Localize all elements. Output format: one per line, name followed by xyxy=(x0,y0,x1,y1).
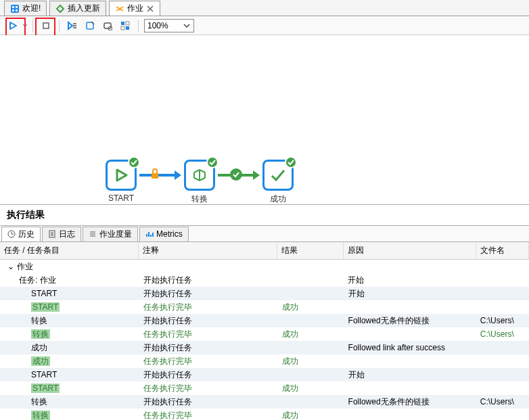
svg-rect-2 xyxy=(16,6,18,8)
grid-header: 任务 / 任务条目 注释 结果 原因 文件名 xyxy=(0,242,529,260)
node-label: 成功 xyxy=(262,193,294,205)
svg-rect-10 xyxy=(126,26,129,30)
node-label: START xyxy=(106,193,137,203)
col-file[interactable]: 文件名 xyxy=(476,242,529,259)
results-tab-history[interactable]: 历史 xyxy=(1,227,41,241)
play-icon xyxy=(114,168,129,183)
results-tab-metrics-en[interactable]: Metrics xyxy=(139,227,189,241)
node-start[interactable]: START xyxy=(106,160,137,203)
list-icon xyxy=(89,230,97,238)
check-large-icon xyxy=(269,166,287,184)
node-transform[interactable]: 转换 xyxy=(184,160,215,205)
col-result[interactable]: 结果 xyxy=(277,242,344,259)
status-success-icon xyxy=(128,156,140,168)
table-row[interactable]: 任务: 作业开始执行任务开始 xyxy=(0,273,529,287)
toolbar xyxy=(0,16,529,35)
table-row[interactable]: START开始执行任务开始 xyxy=(0,287,529,300)
svg-rect-7 xyxy=(104,23,111,28)
log-icon xyxy=(48,230,56,238)
tab-label: 日志 xyxy=(59,229,75,240)
svg-rect-1 xyxy=(12,6,14,8)
table-row[interactable]: START任务执行完毕成功 xyxy=(0,381,529,395)
table-row[interactable]: 转换开始执行任务Followed无条件的链接C:\Users\ xyxy=(0,314,529,327)
col-task[interactable]: 任务 / 任务条目 xyxy=(0,242,139,259)
sql-button[interactable] xyxy=(100,18,115,33)
editor-tabbar: 欢迎! 插入更新 作业 xyxy=(0,0,529,16)
results-tab-log[interactable]: 日志 xyxy=(42,227,81,241)
transform-icon xyxy=(55,4,65,14)
tab-label: 插入更新 xyxy=(68,3,100,14)
tab-label: 欢迎! xyxy=(22,3,41,14)
svg-rect-12 xyxy=(126,22,129,25)
svg-rect-4 xyxy=(16,9,18,11)
table-row[interactable]: START开始执行任务开始 xyxy=(0,368,529,381)
separator xyxy=(32,20,33,32)
separator xyxy=(59,20,60,32)
table-row[interactable]: 转换开始执行任务Followed无条件的链接C:\Users\ xyxy=(0,395,529,409)
tab-label: Metrics xyxy=(156,229,183,239)
svg-rect-0 xyxy=(11,5,19,13)
table-row[interactable]: 成功任务执行完毕成功 xyxy=(0,354,529,368)
status-success-icon xyxy=(285,156,297,168)
tab-label: 作业度量 xyxy=(99,229,132,240)
tab-label: 历史 xyxy=(18,229,34,240)
chart-icon xyxy=(145,230,154,238)
results-tabbar: 历史 日志 作业度量 Metrics xyxy=(0,226,529,242)
table-row[interactable]: 转换任务执行完毕成功C:\Users\ xyxy=(0,327,529,341)
node-success[interactable]: 成功 xyxy=(262,160,294,205)
results-title: 执行结果 xyxy=(0,204,529,226)
transform-node-icon xyxy=(191,167,208,183)
grid-body: ⌄ 作业 任务: 作业开始执行任务开始START开始执行任务开始START任务执… xyxy=(0,260,529,420)
col-reason[interactable]: 原因 xyxy=(344,242,476,259)
svg-rect-9 xyxy=(121,22,124,25)
results-grid: 任务 / 任务条目 注释 结果 原因 文件名 ⌄ 作业 任务: 作业开始执行任务… xyxy=(0,242,529,420)
node-label: 转换 xyxy=(184,193,215,205)
preview-button[interactable] xyxy=(83,18,97,33)
clock-icon xyxy=(7,230,16,238)
close-icon[interactable] xyxy=(146,5,154,13)
check-icon xyxy=(230,168,242,181)
expander-icon[interactable]: ⌄ xyxy=(7,262,15,271)
results-tab-metrics[interactable]: 作业度量 xyxy=(83,227,138,241)
job-icon xyxy=(115,4,124,14)
svg-rect-3 xyxy=(12,9,14,11)
svg-rect-15 xyxy=(152,173,158,179)
tree-root-row[interactable]: ⌄ 作业 xyxy=(0,260,529,273)
tab-job[interactable]: 作业 xyxy=(109,1,160,16)
welcome-icon xyxy=(10,4,20,14)
run-options-button[interactable] xyxy=(65,18,80,33)
svg-rect-11 xyxy=(121,26,124,30)
table-row[interactable]: 成功开始执行任务Followed link after success xyxy=(0,341,529,354)
snap-button[interactable] xyxy=(118,18,133,33)
tab-insert-update[interactable]: 插入更新 xyxy=(49,1,106,16)
tab-label: 作业 xyxy=(127,3,143,14)
status-success-icon xyxy=(206,156,218,168)
col-comment[interactable]: 注释 xyxy=(139,242,277,259)
table-row[interactable]: 转换任务执行完毕成功 xyxy=(0,409,529,420)
job-canvas[interactable]: START 转换 成功 xyxy=(0,35,529,204)
tab-welcome[interactable]: 欢迎! xyxy=(4,1,47,16)
lock-icon xyxy=(150,168,161,179)
chevron-down-icon[interactable] xyxy=(183,22,190,29)
separator xyxy=(138,20,139,32)
root-label: 作业 xyxy=(17,262,33,271)
table-row[interactable]: START任务执行完毕成功 xyxy=(0,300,529,314)
